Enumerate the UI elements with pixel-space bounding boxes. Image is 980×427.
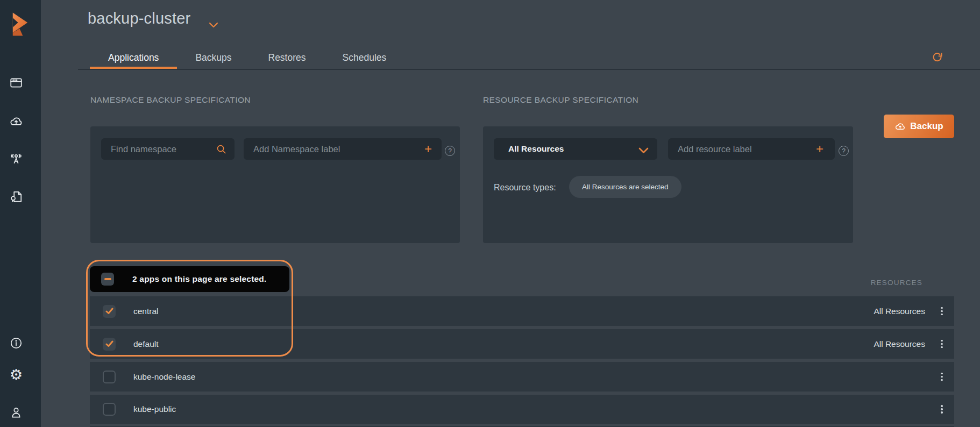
row-menu-button[interactable] [938, 402, 946, 416]
refresh-icon [931, 52, 944, 65]
backup-button-label: Backup [910, 121, 943, 132]
refresh-button[interactable] [931, 52, 944, 65]
sidebar-item-licenses[interactable] [8, 189, 24, 205]
document-badge-icon [9, 190, 23, 204]
namespace-help-icon[interactable]: ? [445, 146, 455, 156]
namespace-spec-title: NAMESPACE BACKUP SPECIFICATION [90, 95, 251, 105]
dropdown-selected-value: All Resources [508, 144, 564, 154]
app-root: { "app": { "cluster_name": "backup-clust… [0, 0, 980, 427]
select-all-checkbox[interactable] [101, 273, 114, 286]
indeterminate-mark [104, 278, 111, 280]
info-icon [9, 336, 23, 350]
sidebar: ⚙ [0, 0, 41, 427]
resource-help-icon[interactable]: ? [839, 146, 849, 156]
antenna-broadcast-icon [9, 152, 23, 166]
check-icon [105, 308, 113, 315]
add-resource-label-input[interactable] [668, 138, 835, 160]
tab-schedules[interactable]: Schedules [324, 47, 405, 69]
namespace-name: default [133, 339, 159, 349]
portworx-logo-icon [7, 11, 31, 37]
check-icon [105, 340, 113, 347]
cloud-upload-icon [894, 121, 906, 132]
find-namespace-input[interactable] [101, 138, 235, 160]
add-namespace-label-button[interactable]: + [421, 142, 435, 156]
plus-icon: + [424, 143, 432, 155]
row-checkbox[interactable] [103, 403, 116, 416]
sidebar-item-activity[interactable] [8, 151, 24, 167]
row-checkbox[interactable] [103, 338, 116, 351]
table-row[interactable]: default All Resources [90, 329, 954, 359]
resources-column-header: RESOURCES [844, 279, 922, 287]
add-namespace-label-input[interactable] [244, 138, 442, 160]
app-logo[interactable] [7, 11, 31, 37]
namespace-name: central [133, 307, 159, 316]
table-row[interactable]: central All Resources [90, 296, 954, 326]
tab-backups[interactable]: Backups [177, 47, 250, 69]
sidebar-item-profile[interactable] [8, 404, 24, 421]
user-icon [9, 405, 23, 419]
sidebar-item-info[interactable] [8, 335, 24, 351]
cluster-switcher[interactable] [209, 20, 218, 30]
tab-applications[interactable]: Applications [90, 47, 177, 69]
row-resources-value: All Resources [874, 307, 925, 316]
namespace-name: kube-public [133, 404, 176, 414]
add-resource-label-button[interactable]: + [813, 142, 827, 156]
cloud-upload-icon [9, 115, 23, 129]
selection-banner: 2 apps on this page are selected. [90, 266, 289, 292]
resource-type-dropdown[interactable]: All Resources [494, 138, 657, 160]
row-menu-button[interactable] [938, 370, 946, 384]
apps-window-icon [9, 76, 23, 90]
chevron-down-icon [638, 146, 649, 156]
tabbar-divider [78, 69, 980, 70]
sidebar-item-applications[interactable] [8, 75, 24, 91]
search-icon [215, 143, 227, 155]
page-title: backup-cluster [88, 10, 190, 27]
table-row[interactable]: kube-node-lease [90, 362, 954, 392]
tab-bar: Applications Backups Restores Schedules [90, 47, 404, 69]
row-menu-button[interactable] [938, 304, 946, 318]
row-checkbox[interactable] [103, 371, 116, 383]
resource-types-badge: All Resources are selected [569, 176, 681, 198]
resource-types-label: Resource types: [494, 183, 556, 193]
table-row[interactable]: kube-public [90, 395, 954, 424]
gear-icon: ⚙ [10, 367, 23, 382]
row-menu-button[interactable] [938, 337, 946, 351]
sidebar-item-cloud-backup[interactable] [8, 113, 24, 130]
resource-spec-title: RESOURCE BACKUP SPECIFICATION [483, 95, 638, 105]
backup-button[interactable]: Backup [884, 115, 954, 138]
sidebar-item-settings[interactable]: ⚙ [8, 366, 24, 382]
row-resources-value: All Resources [874, 339, 925, 349]
chevron-down-icon [209, 22, 218, 28]
tab-restores[interactable]: Restores [250, 47, 324, 69]
row-checkbox[interactable] [103, 305, 116, 318]
selection-banner-text: 2 apps on this page are selected. [132, 274, 267, 284]
plus-icon: + [816, 143, 823, 155]
namespace-name: kube-node-lease [133, 372, 195, 382]
